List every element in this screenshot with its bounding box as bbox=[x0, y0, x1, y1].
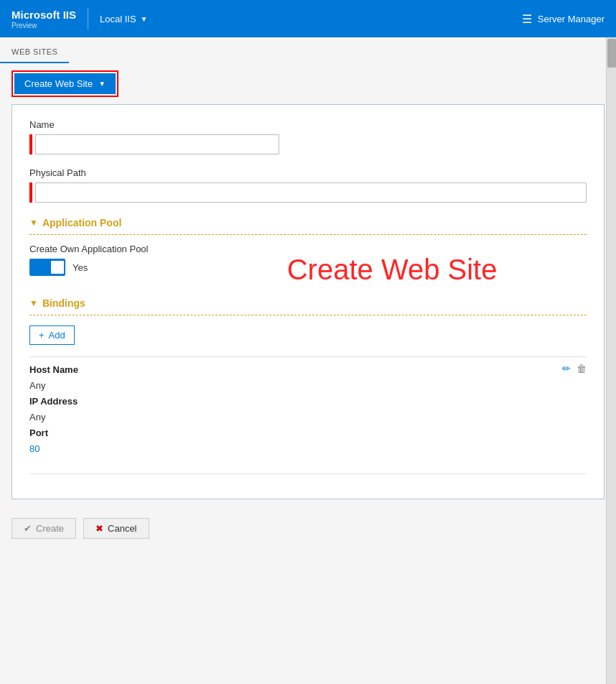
create-website-btn-label: Create Web Site bbox=[24, 78, 93, 89]
toggle-yes-label: Yes bbox=[73, 262, 88, 273]
add-binding-button[interactable]: + Add bbox=[29, 325, 75, 345]
name-label: Name bbox=[29, 119, 587, 130]
physical-path-input[interactable] bbox=[35, 182, 587, 203]
page-body: WEB SITES Create Web Site ▼ Name bbox=[0, 37, 616, 684]
create-website-button[interactable]: Create Web Site ▼ bbox=[14, 73, 116, 94]
ip-address-label: IP Address bbox=[29, 396, 78, 407]
create-button-label: Create bbox=[36, 523, 64, 534]
physical-path-label: Physical Path bbox=[29, 167, 587, 178]
app-pool-section-header[interactable]: ▼ Application Pool bbox=[29, 217, 587, 228]
create-btn-highlight: Create Web Site ▼ bbox=[11, 70, 118, 97]
header-brand: Microsoft IIS Preview bbox=[11, 9, 76, 29]
bindings-divider bbox=[29, 315, 587, 315]
brand-title: Microsoft IIS bbox=[11, 9, 76, 22]
physical-path-field-group: Physical Path bbox=[29, 167, 587, 203]
name-input-wrapper bbox=[29, 134, 587, 154]
scrollbar-thumb[interactable] bbox=[607, 39, 616, 68]
header: Microsoft IIS Preview Local IIS ▼ ☰ Serv… bbox=[0, 0, 616, 37]
x-icon: ✖ bbox=[95, 523, 103, 534]
host-name-field: Host Name bbox=[29, 363, 587, 376]
bindings-chevron-icon: ▼ bbox=[29, 298, 38, 308]
breadcrumb: WEB SITES bbox=[0, 37, 69, 63]
ip-address-value-field: Any bbox=[29, 410, 587, 423]
header-divider bbox=[88, 8, 88, 29]
app-pool-form-section: Create Own Application Pool Yes Create W… bbox=[29, 244, 587, 276]
cancel-button-label: Cancel bbox=[108, 523, 136, 534]
local-iis-menu[interactable]: Local IIS ▼ bbox=[100, 14, 148, 24]
header-left: Microsoft IIS Preview Local IIS ▼ bbox=[11, 8, 148, 29]
add-binding-label: Add bbox=[49, 330, 65, 341]
create-own-pool-label: Create Own Application Pool bbox=[29, 244, 587, 254]
port-value-field: 80 bbox=[29, 442, 587, 455]
name-input[interactable] bbox=[35, 134, 279, 154]
create-btn-arrow-icon: ▼ bbox=[98, 80, 106, 88]
ip-address-field: IP Address bbox=[29, 394, 587, 407]
server-manager-icon: ☰ bbox=[522, 12, 532, 26]
path-required-indicator bbox=[29, 182, 32, 203]
create-button[interactable]: ✔ Create bbox=[11, 518, 76, 539]
main-content: WEB SITES Create Web Site ▼ Name bbox=[0, 37, 616, 684]
server-manager-label: Server Manager bbox=[538, 14, 605, 24]
breadcrumb-label: WEB SITES bbox=[11, 47, 57, 56]
port-value: 80 bbox=[29, 443, 39, 454]
bottom-actions: ✔ Create ✖ Cancel bbox=[0, 511, 616, 550]
physical-path-input-wrapper bbox=[29, 182, 587, 203]
server-manager-btn[interactable]: ☰ Server Manager bbox=[522, 12, 605, 26]
scrollbar[interactable] bbox=[606, 37, 616, 684]
bottom-divider bbox=[29, 473, 587, 474]
binding-row-actions: ✏ 🗑 bbox=[562, 363, 587, 374]
add-binding-icon: + bbox=[39, 330, 45, 341]
app-pool-divider bbox=[29, 234, 587, 235]
form-panel: Name Physical Path ▼ Application Pool bbox=[11, 104, 605, 499]
bindings-section-header[interactable]: ▼ Bindings bbox=[29, 297, 587, 309]
edit-binding-icon[interactable]: ✏ bbox=[562, 363, 571, 374]
name-field-group: Name bbox=[29, 119, 587, 154]
action-bar: Create Web Site ▼ bbox=[0, 63, 616, 104]
port-field: Port bbox=[29, 426, 587, 439]
check-icon: ✔ bbox=[24, 523, 32, 534]
binding-row: ✏ 🗑 Host Name Any IP Address Any Port bbox=[29, 356, 587, 463]
bindings-section-title: Bindings bbox=[42, 297, 85, 309]
host-name-value: Any bbox=[29, 380, 45, 391]
port-label: Port bbox=[29, 428, 48, 438]
create-own-pool-toggle-row: Yes bbox=[29, 259, 587, 276]
host-name-label: Host Name bbox=[29, 364, 78, 375]
ip-address-value: Any bbox=[29, 412, 45, 422]
app-pool-section-title: Application Pool bbox=[42, 217, 121, 228]
host-name-value-field: Any bbox=[29, 379, 587, 392]
delete-binding-icon[interactable]: 🗑 bbox=[577, 363, 587, 374]
cancel-button[interactable]: ✖ Cancel bbox=[83, 518, 149, 539]
create-own-pool-toggle[interactable] bbox=[29, 259, 65, 276]
brand-subtitle: Preview bbox=[11, 22, 76, 29]
local-iis-label: Local IIS bbox=[100, 14, 136, 24]
app-pool-chevron-icon: ▼ bbox=[29, 218, 38, 228]
toggle-thumb bbox=[51, 261, 64, 274]
local-iis-dropdown-arrow: ▼ bbox=[141, 15, 148, 23]
name-required-indicator bbox=[29, 134, 32, 154]
